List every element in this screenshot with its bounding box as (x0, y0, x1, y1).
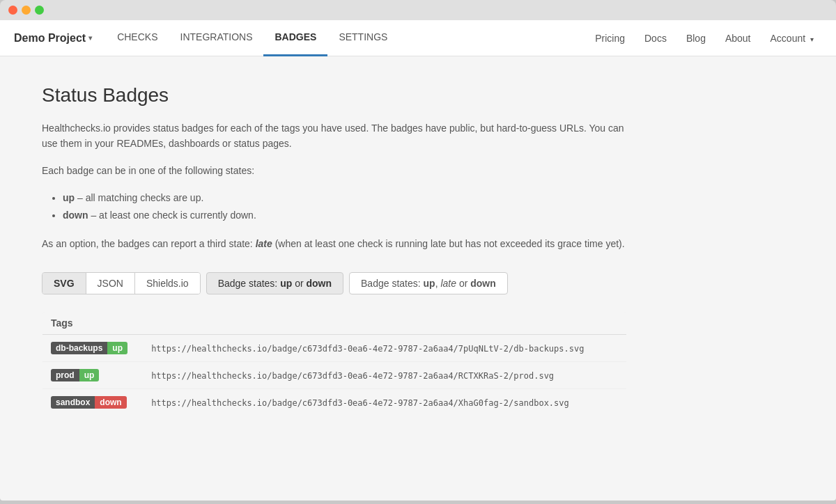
state-up-text: – all matching checks are up. (77, 192, 203, 203)
tag-cell-prod: prod up (42, 361, 144, 388)
nav-link-integrations[interactable]: INTEGRATIONS (169, 20, 264, 56)
table-header-tags: Tags (42, 311, 144, 334)
tag-cell-db-backups: db-backups up (42, 334, 144, 361)
nav-link-account[interactable]: Account ▾ (762, 29, 822, 48)
minimize-button[interactable] (22, 6, 31, 15)
nav-links-left: CHECKS INTEGRATIONS BADGES SETTINGS (106, 20, 398, 56)
url-text-sandbox: https://healthchecks.io/badge/c673dfd3-0… (151, 398, 569, 408)
tab-svg[interactable]: SVG (42, 273, 86, 294)
page-title: Status Badges (42, 84, 627, 107)
state-down-key: down (63, 210, 88, 221)
nav-link-checks[interactable]: CHECKS (106, 20, 169, 56)
badge-db-backups: db-backups up (51, 342, 127, 354)
state-down-text: – at least one check is currently down. (91, 210, 256, 221)
nav-link-docs[interactable]: Docs (636, 29, 675, 48)
badge-status-down: down (95, 396, 126, 409)
badge-state-up-late-down[interactable]: Badge states: up, late or down (349, 272, 508, 294)
late-note-prefix: As an option, the badges can report a th… (42, 238, 256, 249)
badge-tag-label: db-backups (51, 342, 107, 354)
close-button[interactable] (8, 6, 17, 15)
description-2: Each badge can be in one of the followin… (42, 163, 627, 178)
url-text-db-backups: https://healthchecks.io/badge/c673dfd3-0… (151, 344, 584, 354)
nav-link-pricing[interactable]: Pricing (587, 29, 633, 48)
navbar-brand[interactable]: Demo Project ▾ (14, 32, 92, 45)
description-1: Healthchecks.io provides status badges f… (42, 120, 627, 152)
main-content: Status Badges Healthchecks.io provides s… (0, 56, 669, 444)
window-body: Demo Project ▾ CHECKS INTEGRATIONS BADGE… (0, 20, 836, 501)
maximize-button[interactable] (35, 6, 44, 15)
badge-status-up: up (79, 369, 100, 381)
nav-links-right: Pricing Docs Blog About Account ▾ (587, 29, 822, 48)
url-text-prod: https://healthchecks.io/badge/c673dfd3-0… (151, 371, 554, 381)
state-down-item: down – at least one check is currently d… (63, 207, 627, 224)
state-up-key: up (63, 192, 75, 203)
badge-prod: prod up (51, 369, 99, 381)
tab-json[interactable]: JSON (86, 273, 135, 294)
states-list: up – all matching checks are up. down – … (63, 189, 627, 224)
badge-state-up-down[interactable]: Badge states: up or down (206, 272, 343, 294)
url-cell-sandbox: https://healthchecks.io/badge/c673dfd3-0… (143, 388, 626, 416)
brand-caret-icon: ▾ (88, 34, 92, 42)
badge-sandbox: sandbox down (51, 396, 127, 409)
late-note-suffix: (when at least one check is running late… (275, 238, 625, 249)
tab-group: SVG JSON Shields.io Badge states: up or … (42, 272, 627, 294)
tag-cell-sandbox: sandbox down (42, 388, 144, 416)
format-tab-box: SVG JSON Shields.io (42, 272, 201, 294)
badge-tag-label: sandbox (51, 396, 95, 409)
table-row: db-backups up https://healthchecks.io/ba… (42, 334, 627, 361)
table-row: sandbox down https://healthchecks.io/bad… (42, 388, 627, 416)
tags-table: Tags db-backups up https://healthchecks.… (42, 311, 627, 416)
url-cell-db-backups: https://healthchecks.io/badge/c673dfd3-0… (143, 334, 626, 361)
nav-link-settings[interactable]: SETTINGS (327, 20, 398, 56)
nav-link-badges[interactable]: BADGES (263, 20, 327, 56)
badge-tag-label: prod (51, 369, 79, 381)
state-up-item: up – all matching checks are up. (63, 189, 627, 207)
table-header-url (143, 311, 626, 334)
navbar: Demo Project ▾ CHECKS INTEGRATIONS BADGE… (0, 20, 836, 56)
badge-status-up: up (107, 342, 127, 354)
url-cell-prod: https://healthchecks.io/badge/c673dfd3-0… (143, 361, 626, 388)
table-row: prod up https://healthchecks.io/badge/c6… (42, 361, 627, 388)
tab-shieldsio[interactable]: Shields.io (135, 273, 200, 294)
account-caret-icon: ▾ (810, 36, 814, 43)
window-chrome (0, 0, 836, 20)
nav-link-about[interactable]: About (717, 29, 759, 48)
nav-link-blog[interactable]: Blog (678, 29, 714, 48)
late-note: As an option, the badges can report a th… (42, 236, 627, 251)
late-key: late (256, 238, 272, 249)
